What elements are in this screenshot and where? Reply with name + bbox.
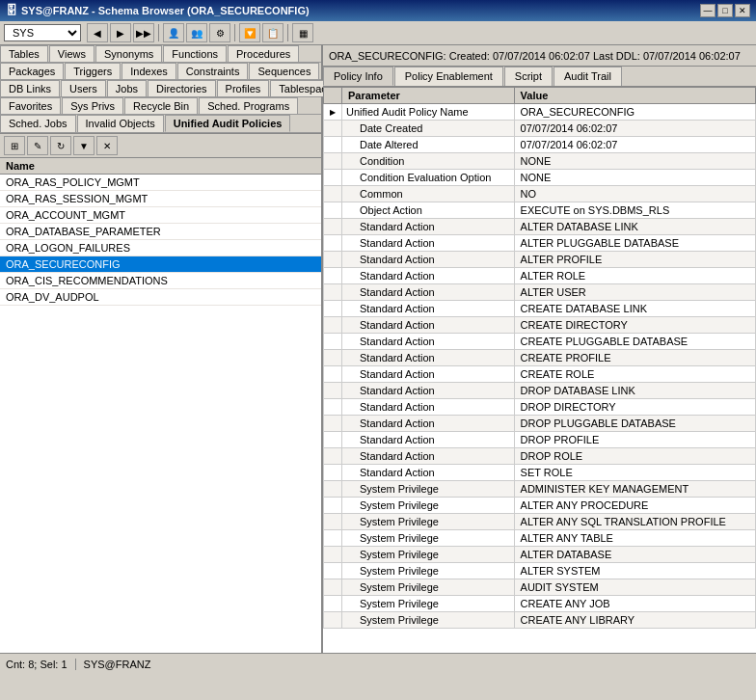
row-expand-arrow[interactable]	[324, 612, 342, 629]
table-row[interactable]: Standard ActionDROP DATABASE LINK	[324, 383, 756, 399]
tab-script[interactable]: Script	[504, 67, 553, 86]
edit-object-button[interactable]: ✎	[27, 136, 48, 155]
table-row[interactable]: CommonNO	[324, 186, 756, 202]
table-row[interactable]: Standard ActionCREATE DATABASE LINK	[324, 301, 756, 317]
col-value-header[interactable]: Value	[514, 88, 755, 104]
table-row[interactable]: Standard ActionALTER USER	[324, 284, 756, 301]
table-row[interactable]: Standard ActionSET ROLE	[324, 465, 756, 481]
table-row[interactable]: Standard ActionCREATE PLUGGABLE DATABASE	[324, 334, 756, 350]
row-expand-arrow[interactable]	[324, 383, 342, 399]
tab-schedprograms[interactable]: Sched. Programs	[199, 97, 298, 114]
row-expand-arrow[interactable]	[324, 530, 342, 547]
row-expand-arrow[interactable]	[324, 137, 342, 153]
table-row[interactable]: Standard ActionCREATE DIRECTORY	[324, 317, 756, 334]
row-expand-arrow[interactable]	[324, 465, 342, 481]
tab-schedjobs[interactable]: Sched. Jobs	[0, 115, 76, 132]
filter-button[interactable]: ▼	[73, 136, 94, 155]
tab-jobs[interactable]: Jobs	[107, 80, 147, 96]
tab-policy-enablement[interactable]: Policy Enablement	[394, 67, 503, 86]
row-expand-arrow[interactable]	[324, 514, 342, 530]
row-expand-arrow[interactable]	[324, 121, 342, 137]
tab-triggers[interactable]: Triggers	[65, 63, 121, 79]
tab-recyclebin[interactable]: Recycle Bin	[124, 97, 198, 114]
tab-users[interactable]: Users	[61, 80, 106, 96]
new-object-button[interactable]: ⊞	[4, 136, 25, 155]
table-row[interactable]: System PrivilegeADMINISTER KEY MANAGEMEN…	[324, 481, 756, 498]
col-parameter-header[interactable]: Parameter	[342, 88, 515, 104]
list-item[interactable]: ORA_RAS_SESSION_MGMT	[0, 191, 321, 207]
row-expand-arrow[interactable]	[324, 498, 342, 514]
list-item[interactable]: ORA_RAS_POLICY_MGMT	[0, 175, 321, 191]
row-expand-arrow[interactable]	[324, 350, 342, 366]
toolbar-btn-5[interactable]: 👥	[186, 23, 207, 42]
tab-unifiedauditpolicies[interactable]: Unified Audit Policies	[165, 115, 291, 132]
row-expand-arrow[interactable]	[324, 202, 342, 219]
row-expand-arrow[interactable]	[324, 235, 342, 252]
minimize-button[interactable]: —	[700, 4, 716, 17]
schema-dropdown[interactable]: SYS	[4, 24, 81, 41]
table-row[interactable]: ▶Unified Audit Policy NameORA_SECURECONF…	[324, 104, 756, 121]
table-row[interactable]: Standard ActionDROP PLUGGABLE DATABASE	[324, 416, 756, 432]
table-row[interactable]: Standard ActionALTER DATABASE LINK	[324, 219, 756, 235]
table-row[interactable]: System PrivilegeALTER ANY TABLE	[324, 530, 756, 547]
row-expand-arrow[interactable]	[324, 284, 342, 301]
table-row[interactable]: Standard ActionDROP PROFILE	[324, 432, 756, 448]
toolbar-btn-1[interactable]: ◀	[87, 23, 108, 42]
data-table-container[interactable]: Parameter Value ▶Unified Audit Policy Na…	[323, 87, 756, 653]
table-row[interactable]: ConditionNONE	[324, 153, 756, 170]
tab-procedures[interactable]: Procedures	[228, 45, 299, 62]
table-row[interactable]: Condition Evaluation OptionNONE	[324, 170, 756, 186]
list-item[interactable]: ORA_CIS_RECOMMENDATIONS	[0, 273, 321, 289]
row-expand-arrow[interactable]	[324, 153, 342, 170]
row-expand-arrow[interactable]	[324, 366, 342, 383]
table-row[interactable]: System PrivilegeALTER ANY PROCEDURE	[324, 498, 756, 514]
tab-favorites[interactable]: Favorites	[0, 97, 61, 114]
list-item[interactable]: ORA_LOGON_FAILURES	[0, 240, 321, 256]
tab-invalidobjects[interactable]: Invalid Objects	[77, 115, 164, 132]
row-expand-arrow[interactable]	[324, 547, 342, 563]
tab-directories[interactable]: Directories	[148, 80, 216, 96]
row-expand-arrow[interactable]: ▶	[324, 104, 342, 121]
table-row[interactable]: Standard ActionALTER PROFILE	[324, 252, 756, 268]
table-row[interactable]: System PrivilegeALTER DATABASE	[324, 547, 756, 563]
row-expand-arrow[interactable]	[324, 252, 342, 268]
row-expand-arrow[interactable]	[324, 596, 342, 612]
tab-dblinks[interactable]: DB Links	[0, 80, 60, 96]
row-expand-arrow[interactable]	[324, 219, 342, 235]
row-expand-arrow[interactable]	[324, 301, 342, 317]
tab-constraints[interactable]: Constraints	[177, 63, 249, 79]
row-expand-arrow[interactable]	[324, 448, 342, 465]
table-row[interactable]: Object ActionEXECUTE on SYS.DBMS_RLS	[324, 202, 756, 219]
tab-audit-trail[interactable]: Audit Trail	[554, 67, 622, 86]
table-row[interactable]: Standard ActionDROP ROLE	[324, 448, 756, 465]
table-row[interactable]: System PrivilegeALTER ANY SQL TRANSLATIO…	[324, 514, 756, 530]
table-row[interactable]: Standard ActionALTER PLUGGABLE DATABASE	[324, 235, 756, 252]
table-row[interactable]: Standard ActionCREATE PROFILE	[324, 350, 756, 366]
tab-sequences[interactable]: Sequences	[249, 63, 319, 79]
row-expand-arrow[interactable]	[324, 579, 342, 596]
table-row[interactable]: System PrivilegeCREATE ANY JOB	[324, 596, 756, 612]
table-row[interactable]: Date Altered07/07/2014 06:02:07	[324, 137, 756, 153]
reload-button[interactable]: ↻	[50, 136, 71, 155]
toolbar-btn-3[interactable]: ▶▶	[133, 23, 154, 42]
tab-profiles[interactable]: Profiles	[217, 80, 270, 96]
tab-tables[interactable]: Tables	[0, 45, 48, 62]
tab-indexes[interactable]: Indexes	[122, 63, 176, 79]
row-expand-arrow[interactable]	[324, 186, 342, 202]
row-expand-arrow[interactable]	[324, 399, 342, 416]
tab-packages[interactable]: Packages	[0, 63, 64, 79]
row-expand-arrow[interactable]	[324, 268, 342, 284]
list-item[interactable]: ORA_DATABASE_PARAMETER	[0, 224, 321, 240]
table-row[interactable]: Standard ActionDROP DIRECTORY	[324, 399, 756, 416]
row-expand-arrow[interactable]	[324, 334, 342, 350]
close-button[interactable]: ✕	[735, 4, 750, 17]
toolbar-btn-4[interactable]: 👤	[163, 23, 184, 42]
list-item[interactable]: ORA_ACCOUNT_MGMT	[0, 207, 321, 224]
toolbar-btn-6[interactable]: ⚙	[209, 23, 230, 42]
tab-functions[interactable]: Functions	[163, 45, 227, 62]
row-expand-arrow[interactable]	[324, 170, 342, 186]
clear-filter-button[interactable]: ✕	[96, 136, 118, 155]
toolbar-btn-2[interactable]: ▶	[110, 23, 131, 42]
tab-views[interactable]: Views	[49, 45, 94, 62]
toolbar-btn-7[interactable]: 🔽	[239, 23, 260, 42]
